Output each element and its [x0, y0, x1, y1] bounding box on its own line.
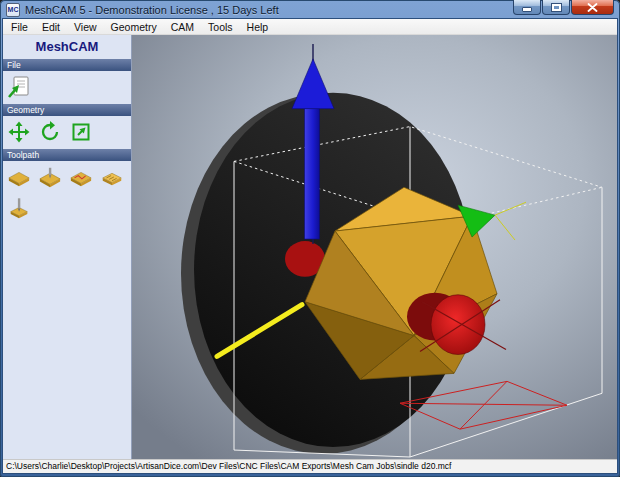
- content: MeshCAM File Geometry: [3, 35, 617, 459]
- meshcam-window: MC MeshCAM 5 - Demonstration License , 1…: [0, 0, 620, 477]
- toolpath-pencil-icon: [69, 166, 93, 188]
- rotate-icon: [39, 121, 61, 143]
- toolpath-tool-button[interactable]: [37, 164, 63, 190]
- app-icon: MC: [6, 3, 20, 17]
- window-controls: [512, 0, 614, 15]
- menu-item-help[interactable]: Help: [240, 20, 276, 34]
- close-button[interactable]: [571, 0, 614, 15]
- open-file-icon: [7, 75, 31, 99]
- minimize-button[interactable]: [513, 0, 541, 15]
- toolpath-drill-icon: [7, 197, 31, 219]
- menu-item-cam[interactable]: CAM: [164, 20, 201, 34]
- maximize-icon: [552, 4, 561, 11]
- maximize-button[interactable]: [542, 0, 570, 15]
- titlebar: MC MeshCAM 5 - Demonstration License , 1…: [0, 0, 620, 19]
- scale-button[interactable]: [68, 119, 94, 145]
- file-tool-row: [3, 73, 131, 104]
- section-header-file: File: [3, 59, 131, 71]
- scene-canvas: [132, 35, 617, 459]
- move-button[interactable]: [6, 119, 32, 145]
- menu-item-geometry[interactable]: Geometry: [104, 20, 164, 34]
- scale-icon: [70, 121, 92, 143]
- toolpath-rough-button[interactable]: [6, 164, 32, 190]
- close-icon: [587, 3, 598, 12]
- sidebar-filler: [3, 225, 131, 459]
- geometry-tool-row: [3, 118, 131, 149]
- section-header-toolpath: Toolpath: [3, 149, 131, 161]
- menu-item-tools[interactable]: Tools: [201, 20, 240, 34]
- toolpath-drill-button[interactable]: [6, 195, 32, 221]
- menu-item-view[interactable]: View: [67, 20, 104, 34]
- minimize-icon: [522, 7, 532, 12]
- viewport-3d[interactable]: [132, 35, 617, 459]
- toolpath-pencil-button[interactable]: [68, 164, 94, 190]
- toolpath-tool-icon: [38, 166, 62, 188]
- move-icon: [8, 121, 30, 143]
- main-frame: File Edit View Geometry CAM Tools Help M…: [3, 19, 617, 473]
- sidebar: MeshCAM File Geometry: [3, 35, 132, 459]
- section-header-geometry: Geometry: [3, 104, 131, 116]
- menu-item-file[interactable]: File: [4, 20, 35, 34]
- menu-item-edit[interactable]: Edit: [35, 20, 67, 34]
- toolpath-tool-row: [3, 163, 131, 225]
- toolpath-parallel-icon: [100, 166, 124, 188]
- sidebar-title: MeshCAM: [3, 35, 131, 59]
- toolpath-rough-icon: [7, 166, 31, 188]
- statusbar: C:\Users\Charlie\Desktop\Projects\Artisa…: [3, 459, 617, 473]
- rotate-button[interactable]: [37, 119, 63, 145]
- toolpath-parallel-button[interactable]: [99, 164, 125, 190]
- menubar: File Edit View Geometry CAM Tools Help: [3, 19, 617, 35]
- statusbar-file-path: C:\Users\Charlie\Desktop\Projects\Artisa…: [6, 461, 451, 471]
- open-file-button[interactable]: [6, 74, 32, 100]
